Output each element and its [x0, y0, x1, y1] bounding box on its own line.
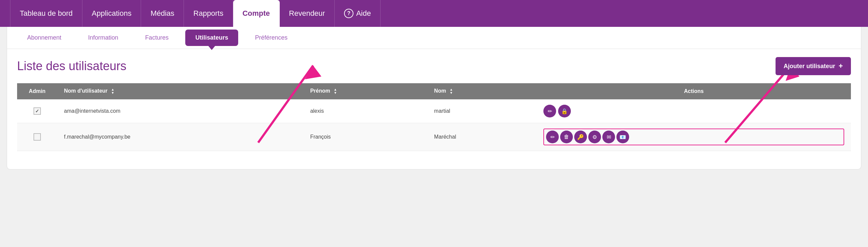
prenom-cell: alexis	[304, 99, 428, 123]
users-table: Admin Nom d'utilisateur ▲ ▼ Prénom ▲	[17, 83, 851, 151]
col-header-admin: Admin	[17, 83, 57, 99]
key-icon-row2[interactable]: 🔑	[574, 131, 587, 143]
prenom-cell: François	[304, 123, 428, 151]
page-body: Liste des utilisateurs Ajouter utilisate…	[7, 49, 861, 159]
email2-icon-row2[interactable]: 📧	[616, 131, 629, 143]
admin-checkbox-wrapper	[24, 107, 51, 115]
sort-down-icon: ▼	[450, 91, 453, 94]
plus-icon: +	[839, 62, 843, 71]
actions-cell: ✏ 🔒	[537, 99, 851, 123]
admin-cell	[17, 99, 57, 123]
add-user-label: Ajouter utilisateur	[783, 63, 835, 70]
settings-icon-row2[interactable]: ⚙	[588, 131, 601, 143]
sub-navigation: Abonnement Information Factures Utilisat…	[7, 27, 861, 49]
sort-down-icon: ▼	[111, 91, 115, 94]
sort-arrows-username[interactable]: ▲ ▼	[111, 88, 115, 94]
page-title: Liste des utilisateurs	[17, 59, 126, 73]
sort-arrows-nom[interactable]: ▲ ▼	[450, 88, 453, 94]
edit-icon-row2[interactable]: ✏	[546, 131, 559, 143]
nav-tableau-de-bord[interactable]: Tableau de bord	[10, 0, 83, 27]
col-header-nom: Nom ▲ ▼	[428, 83, 537, 99]
table-header-row: Admin Nom d'utilisateur ▲ ▼ Prénom ▲	[17, 83, 851, 99]
col-header-prenom: Prénom ▲ ▼	[304, 83, 428, 99]
help-circle-icon: ?	[344, 9, 353, 18]
highlighted-actions-row2: ✏ 🗑 🔑 ⚙ ✉ 📧	[544, 129, 844, 145]
subnav-information[interactable]: Information	[75, 28, 132, 48]
nav-medias[interactable]: Médias	[141, 0, 184, 27]
admin-checkbox[interactable]	[33, 133, 41, 141]
table-row: ama@internetvista.com alexis martial ✏ 🔒	[17, 99, 851, 123]
admin-checkbox[interactable]	[33, 107, 41, 115]
main-navigation: Tableau de bord Applications Médias Rapp…	[0, 0, 868, 27]
top-nav: Tableau de bord Applications Médias Rapp…	[0, 0, 868, 27]
add-user-button[interactable]: Ajouter utilisateur +	[776, 57, 851, 75]
edit-icon-row1[interactable]: ✏	[544, 105, 556, 117]
nav-revendeur[interactable]: Revendeur	[280, 0, 335, 27]
title-row: Liste des utilisateurs Ajouter utilisate…	[17, 57, 851, 75]
subnav-abonnement[interactable]: Abonnement	[14, 28, 75, 48]
nav-rapports[interactable]: Rapports	[184, 0, 233, 27]
main-content-area: Abonnement Information Factures Utilisat…	[7, 27, 861, 169]
subnav-utilisateurs[interactable]: Utilisateurs	[185, 30, 238, 46]
subnav-factures[interactable]: Factures	[132, 28, 182, 48]
nav-aide[interactable]: ? Aide	[335, 0, 380, 27]
delete-icon-row2[interactable]: 🗑	[560, 131, 573, 143]
nom-cell: Maréchal	[428, 123, 537, 151]
admin-checkbox-wrapper	[24, 133, 51, 141]
col-header-username: Nom d'utilisateur ▲ ▼	[57, 83, 304, 99]
nav-applications[interactable]: Applications	[83, 0, 142, 27]
subnav-preferences[interactable]: Préférences	[242, 28, 301, 48]
table-row: f.marechal@mycompany.be François Marécha…	[17, 123, 851, 151]
col-header-actions: Actions	[537, 83, 851, 99]
username-cell: ama@internetvista.com	[57, 99, 304, 123]
nav-compte[interactable]: Compte	[233, 0, 280, 27]
sort-down-icon: ▼	[334, 91, 337, 94]
action-icons-row1: ✏ 🔒	[544, 105, 844, 117]
lock-icon-row1[interactable]: 🔒	[558, 105, 571, 117]
email-icon-row2[interactable]: ✉	[602, 131, 615, 143]
username-cell: f.marechal@mycompany.be	[57, 123, 304, 151]
admin-cell	[17, 123, 57, 151]
actions-cell-highlighted: ✏ 🗑 🔑 ⚙ ✉ 📧	[537, 123, 851, 151]
sort-arrows-prenom[interactable]: ▲ ▼	[334, 88, 337, 94]
nom-cell: martial	[428, 99, 537, 123]
